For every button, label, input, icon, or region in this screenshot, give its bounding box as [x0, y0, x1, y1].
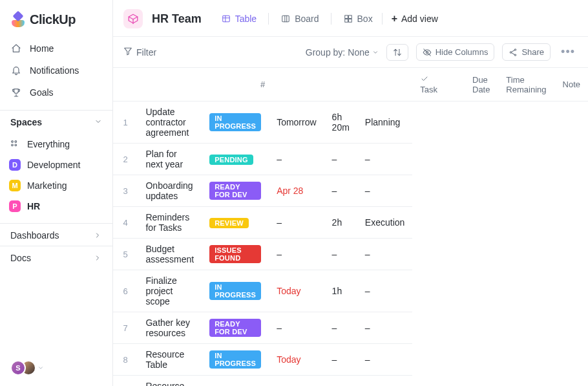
- sidebar-item-development[interactable]: DDevelopment: [0, 155, 112, 175]
- task-cell[interactable]: Resource allocation: [138, 376, 202, 387]
- board-icon: [280, 14, 291, 24]
- sort-button[interactable]: [386, 44, 408, 61]
- status-badge: READY FOR DEV: [209, 182, 261, 200]
- filter-button[interactable]: Filter: [123, 47, 156, 58]
- status-cell[interactable]: READY FOR DEV: [202, 312, 269, 344]
- col-header-task-label: Task: [420, 85, 437, 94]
- groupby-button[interactable]: Group by: None: [306, 47, 379, 58]
- task-cell[interactable]: Finalize project scope: [138, 270, 202, 312]
- time-remaining-cell[interactable]: –: [324, 175, 357, 207]
- table-header: # Task Due Date Time Remaining Note: [113, 68, 588, 102]
- tab-table[interactable]: Table: [221, 14, 257, 24]
- row-number: 3: [113, 175, 138, 207]
- status-badge: ISSUES FOUND: [209, 245, 261, 263]
- col-header-due[interactable]: Due Date: [465, 68, 498, 102]
- bell-icon: [10, 65, 22, 76]
- note-cell[interactable]: Execution: [357, 207, 412, 239]
- status-cell[interactable]: IN PROGRESS: [202, 270, 269, 312]
- sidebar-item-hr[interactable]: PHR: [0, 196, 112, 217]
- col-header-time[interactable]: Time Remaining: [498, 68, 554, 102]
- nav-label: Home: [30, 43, 54, 54]
- sidebar-item-home[interactable]: Home: [0, 38, 112, 59]
- share-button[interactable]: Share: [502, 43, 551, 61]
- status-cell[interactable]: PENDING: [202, 144, 269, 175]
- avatar: S: [10, 360, 26, 376]
- sidebar-item-marketing[interactable]: MMarketing: [0, 175, 112, 196]
- spaces-header[interactable]: Spaces: [0, 110, 112, 133]
- status-cell[interactable]: IN PROGRESS: [202, 102, 269, 144]
- status-cell[interactable]: REVIEW: [202, 376, 269, 387]
- add-view-button[interactable]: + Add view: [392, 13, 438, 25]
- table-row[interactable]: 4Reminders for TasksREVIEW–2hExecution: [113, 207, 412, 239]
- more-icon: •••: [561, 45, 575, 58]
- hide-columns-button[interactable]: Hide Columns: [416, 43, 495, 61]
- due-date-cell[interactable]: May 21: [269, 376, 324, 387]
- col-header-note[interactable]: Note: [555, 68, 588, 102]
- table-row[interactable]: 1Update contractor agreementIN PROGRESST…: [113, 102, 412, 144]
- task-cell[interactable]: Resource Table: [138, 344, 202, 376]
- status-cell[interactable]: IN PROGRESS: [202, 344, 269, 376]
- more-menu-button[interactable]: •••: [558, 45, 578, 59]
- time-remaining-cell[interactable]: 2h: [324, 207, 357, 239]
- time-remaining-cell[interactable]: –: [324, 376, 357, 387]
- svg-rect-11: [348, 16, 352, 19]
- due-date-cell[interactable]: –: [269, 239, 324, 270]
- user-menu[interactable]: S: [0, 350, 112, 386]
- task-cell[interactable]: Reminders for Tasks: [138, 207, 202, 239]
- note-cell[interactable]: –: [357, 175, 412, 207]
- docs-nav[interactable]: Docs: [0, 246, 112, 268]
- divider: [331, 13, 331, 25]
- tab-board[interactable]: Board: [280, 14, 319, 24]
- task-cell[interactable]: Budget assessment: [138, 239, 202, 270]
- note-cell[interactable]: –: [357, 239, 412, 270]
- col-header-task[interactable]: Task: [412, 68, 448, 102]
- dashboards-nav[interactable]: Dashboards: [0, 223, 112, 246]
- svg-rect-12: [344, 19, 348, 23]
- status-cell[interactable]: REVIEW: [202, 207, 269, 239]
- sidebar-item-everything[interactable]: Everything: [0, 134, 112, 155]
- due-date-cell[interactable]: Today: [269, 344, 324, 376]
- tab-box[interactable]: Box: [343, 14, 373, 24]
- col-header-number[interactable]: #: [113, 68, 412, 102]
- table-row[interactable]: 5Budget assessmentISSUES FOUND–––: [113, 239, 412, 270]
- task-table: # Task Due Date Time Remaining Note 1Upd…: [113, 68, 588, 386]
- due-date-cell[interactable]: Apr 28: [269, 175, 324, 207]
- sidebar-item-goals[interactable]: Goals: [0, 81, 112, 103]
- table-row[interactable]: 8Resource TableIN PROGRESSToday––: [113, 344, 412, 376]
- table-row[interactable]: 3Onboarding updatesREADY FOR DEVApr 28––: [113, 175, 412, 207]
- note-cell[interactable]: –: [357, 270, 412, 312]
- due-date-cell[interactable]: Today: [269, 270, 324, 312]
- table-icon: [221, 14, 231, 24]
- due-date-cell[interactable]: –: [269, 144, 324, 175]
- due-date-cell[interactable]: –: [269, 207, 324, 239]
- table-row[interactable]: 2Plan for next yearPENDING–––: [113, 144, 412, 175]
- note-cell[interactable]: Planning: [357, 102, 412, 144]
- time-remaining-cell[interactable]: 1h: [324, 270, 357, 312]
- sidebar-item-notifications[interactable]: Notifications: [0, 59, 112, 81]
- app-logo[interactable]: ClickUp: [0, 0, 112, 34]
- table-row[interactable]: 7Gather key resourcesREADY FOR DEV–––: [113, 312, 412, 344]
- due-date-cell[interactable]: Tomorrow: [269, 102, 324, 144]
- time-remaining-cell[interactable]: –: [324, 312, 357, 344]
- chevron-down-icon: [37, 363, 44, 373]
- page-title: HR Team: [152, 12, 202, 26]
- note-cell[interactable]: –: [357, 312, 412, 344]
- note-cell[interactable]: –: [357, 344, 412, 376]
- note-cell[interactable]: –: [357, 144, 412, 175]
- task-cell[interactable]: Plan for next year: [138, 144, 202, 175]
- note-cell[interactable]: –: [357, 376, 412, 387]
- table-row[interactable]: 6Finalize project scopeIN PROGRESSToday1…: [113, 270, 412, 312]
- task-cell[interactable]: Update contractor agreement: [138, 102, 202, 144]
- time-remaining-cell[interactable]: –: [324, 239, 357, 270]
- status-cell[interactable]: ISSUES FOUND: [202, 239, 269, 270]
- due-date-cell[interactable]: –: [269, 312, 324, 344]
- share-label: Share: [521, 47, 544, 57]
- status-cell[interactable]: READY FOR DEV: [202, 175, 269, 207]
- task-cell[interactable]: Gather key resources: [138, 312, 202, 344]
- time-remaining-cell[interactable]: –: [324, 344, 357, 376]
- table-row[interactable]: 9Resource allocationREVIEWMay 21––: [113, 376, 412, 387]
- col-header-status[interactable]: [448, 68, 465, 102]
- time-remaining-cell[interactable]: –: [324, 144, 357, 175]
- time-remaining-cell[interactable]: 6h 20m: [324, 102, 357, 144]
- task-cell[interactable]: Onboarding updates: [138, 175, 202, 207]
